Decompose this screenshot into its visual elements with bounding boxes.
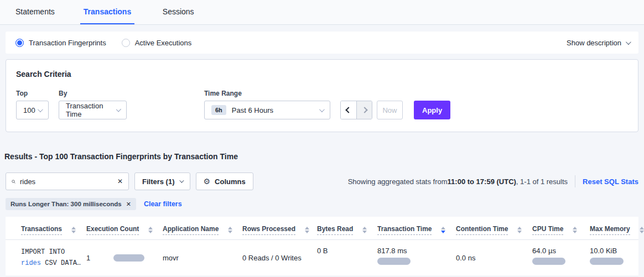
header-label: CPU Time	[532, 225, 563, 235]
radio-active-executions[interactable]: Active Executions	[122, 39, 192, 47]
results-heading: Results - Top 100 Transaction Fingerprin…	[4, 152, 638, 161]
chevron-down-icon	[626, 39, 631, 45]
radio-label: Transaction Fingerprints	[29, 39, 106, 47]
reset-sql-stats-link[interactable]: Reset SQL Stats	[583, 177, 638, 186]
stats-time-range: 11:00 to 17:59 (UTC)	[448, 177, 516, 186]
sort-icon[interactable]	[362, 227, 367, 233]
cpu-time-bar	[532, 258, 565, 265]
clear-filters-link[interactable]: Clear filters	[144, 200, 182, 208]
max-memory-value: 10.0 KiB	[590, 247, 638, 255]
top-tab-bar: Statements Transactions Sessions	[0, 0, 644, 25]
time-range-label: Time Range	[204, 90, 330, 97]
top-select-value: 100	[23, 106, 35, 114]
execution-count-value: 1	[86, 254, 90, 262]
transaction-line2: rides CSV DATA…	[21, 258, 86, 269]
transaction-time-bar	[377, 258, 411, 265]
by-select[interactable]: Transaction Time	[59, 101, 127, 119]
column-header-rows-processed[interactable]: Rows Processed	[242, 225, 317, 235]
max-memory-cell: 10.0 KiB	[590, 247, 638, 265]
apply-button[interactable]: Apply	[414, 101, 450, 119]
show-description-toggle[interactable]: Show description	[567, 39, 630, 47]
previous-time-button[interactable]	[341, 101, 356, 119]
columns-label: Columns	[215, 177, 246, 186]
radio-selected-icon	[15, 39, 24, 47]
radio-label: Active Executions	[135, 39, 192, 47]
column-header-application-name[interactable]: Application Name	[163, 225, 242, 235]
stats-prefix: Showing aggregated stats from	[348, 177, 448, 186]
sort-icon[interactable]	[517, 227, 522, 233]
transaction-fingerprint-link[interactable]: IMPORT INTO rides CSV DATA…	[21, 247, 86, 269]
sort-icon[interactable]	[305, 227, 309, 233]
tab-transactions[interactable]: Transactions	[80, 7, 134, 24]
now-button[interactable]: Now	[377, 101, 403, 119]
header-label: Rows Processed	[242, 225, 295, 235]
filters-label: Filters (1)	[142, 177, 175, 186]
column-header-transaction-time[interactable]: Transaction Time	[377, 225, 456, 235]
clear-search-icon[interactable]: ✕	[117, 178, 123, 185]
column-header-max-memory[interactable]: Max Memory	[590, 225, 638, 235]
header-label: Application Name	[163, 225, 219, 235]
chevron-left-icon	[345, 107, 351, 113]
table-header-row: Transactions Execution Count Application…	[6, 217, 638, 240]
column-header-transactions[interactable]: Transactions	[21, 225, 86, 235]
filter-chip: Runs Longer Than: 300 milliseconds ✕	[6, 198, 136, 210]
divider	[575, 175, 575, 187]
cpu-time-cell: 64.0 µs	[532, 247, 590, 265]
column-header-bytes-read[interactable]: Bytes Read	[317, 225, 377, 235]
transaction-line1: IMPORT INTO	[21, 247, 86, 258]
chevron-down-icon	[179, 178, 184, 182]
tab-statements[interactable]: Statements	[12, 7, 58, 24]
sort-icon[interactable]	[640, 227, 644, 233]
chevron-down-icon	[38, 107, 43, 112]
column-header-cpu-time[interactable]: CPU Time	[532, 225, 590, 235]
cpu-time-value: 64.0 µs	[532, 247, 590, 255]
transactions-table: Transactions Execution Count Application…	[6, 217, 638, 276]
execution-count-cell: 1	[86, 254, 163, 262]
stats-suffix: , 1-1 of 1 results	[516, 177, 568, 186]
header-label: Execution Count	[86, 225, 139, 235]
time-range-field: Time Range 6h Past 6 Hours	[204, 90, 330, 119]
sort-icon[interactable]	[71, 227, 76, 233]
filters-button[interactable]: Filters (1)	[134, 173, 190, 190]
max-memory-bar	[590, 258, 624, 265]
filter-chip-label: Runs Longer Than: 300 milliseconds	[11, 201, 122, 207]
top-label: Top	[16, 90, 49, 97]
column-header-execution-count[interactable]: Execution Count	[86, 225, 163, 235]
transaction-time-value: 817.8 ms	[377, 247, 456, 255]
columns-button[interactable]: ⚙ Columns	[196, 173, 253, 190]
aggregated-stats-text: Showing aggregated stats from 11:00 to 1…	[348, 175, 638, 187]
table-row: IMPORT INTO rides CSV DATA… 1 movr 0 Rea…	[6, 240, 638, 276]
sort-icon-descending[interactable]	[441, 227, 445, 233]
time-range-value: Past 6 Hours	[232, 106, 273, 114]
bytes-read-value: 0 B	[317, 247, 328, 255]
search-box[interactable]: ✕	[6, 173, 129, 190]
top-select[interactable]: 100	[16, 101, 49, 119]
column-header-contention-time[interactable]: Contention Time	[456, 225, 532, 235]
top-field: Top 100	[16, 90, 49, 119]
time-range-badge: 6h	[211, 105, 226, 115]
tab-sessions[interactable]: Sessions	[157, 7, 200, 24]
next-time-button[interactable]	[356, 101, 372, 119]
sort-icon[interactable]	[228, 227, 232, 233]
rows-processed-value: 0 Reads / 0 Writes	[242, 254, 302, 262]
view-mode-strip: Transaction Fingerprints Active Executio…	[6, 32, 638, 54]
chevron-down-icon	[116, 107, 121, 112]
header-label: Max Memory	[590, 225, 630, 235]
gear-icon: ⚙	[204, 177, 211, 185]
transaction-time-cell: 817.8 ms	[377, 247, 456, 265]
search-input[interactable]	[20, 177, 117, 186]
show-description-label: Show description	[567, 39, 621, 47]
execution-count-bar	[113, 254, 144, 262]
sort-icon[interactable]	[573, 227, 577, 233]
search-criteria-card: Search Criteria Top 100 By Transaction T…	[6, 59, 638, 132]
chevron-right-icon	[361, 107, 367, 113]
header-label: Transaction Time	[377, 225, 432, 235]
time-range-select[interactable]: 6h Past 6 Hours	[204, 101, 330, 119]
remove-filter-icon[interactable]: ✕	[126, 201, 131, 207]
radio-transaction-fingerprints[interactable]: Transaction Fingerprints	[15, 39, 106, 47]
active-filters-row: Runs Longer Than: 300 milliseconds ✕ Cle…	[6, 198, 638, 210]
sort-icon[interactable]	[148, 227, 153, 233]
application-name-value: movr	[163, 254, 179, 262]
header-label: Contention Time	[456, 225, 508, 235]
results-controls-row: ✕ Filters (1) ⚙ Columns Showing aggregat…	[6, 173, 638, 190]
